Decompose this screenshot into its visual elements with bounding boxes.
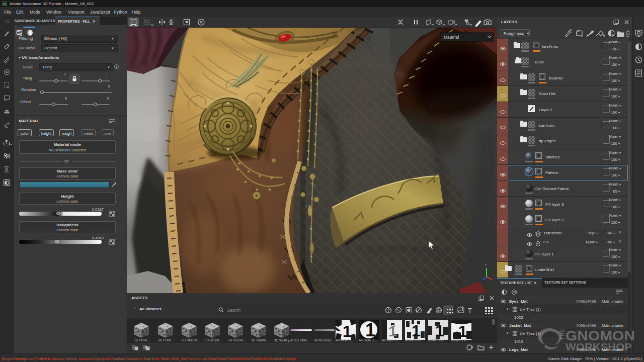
svg-text:3D Vorono...: 3D Vorono...	[251, 338, 269, 342]
svg-text:1: 1	[343, 322, 352, 340]
svg-text:Ambient O...: Ambient O...	[405, 338, 423, 342]
svg-text:ACES Stan...: ACES Stan...	[290, 338, 309, 342]
svg-text:1: 1	[365, 320, 375, 340]
svg-text:3D Ridged...: 3D Ridged...	[182, 338, 200, 342]
svg-text:Ambient O...: Ambient O...	[359, 338, 377, 342]
svg-text:3D Vorono...: 3D Vorono...	[228, 338, 246, 342]
svg-text:1: 1	[388, 323, 397, 339]
svg-text:1: 1	[412, 322, 421, 340]
svg-text:Ambient O...: Ambient O...	[336, 338, 354, 342]
svg-text:Ambient O...: Ambient O...	[451, 338, 469, 342]
svg-text:1: 1	[458, 322, 467, 340]
svg-text:Material: Material	[444, 35, 459, 40]
svg-text:Ambient O...: Ambient O...	[428, 338, 446, 342]
svg-text:3D Perlin ...: 3D Perlin ...	[158, 338, 175, 342]
svg-text:alexa-Zinec...: alexa-Zinec...	[314, 338, 334, 342]
svg-text:Y: Y	[485, 263, 487, 266]
svg-text:3D Simple...: 3D Simple...	[205, 338, 223, 342]
svg-text:3D Worley...: 3D Worley...	[274, 338, 292, 342]
svg-text:T: T	[468, 307, 472, 314]
svg-text:3D Perlin ...: 3D Perlin ...	[134, 338, 151, 342]
svg-text:Ambient O...: Ambient O...	[382, 338, 400, 342]
svg-text:1: 1	[435, 322, 444, 340]
